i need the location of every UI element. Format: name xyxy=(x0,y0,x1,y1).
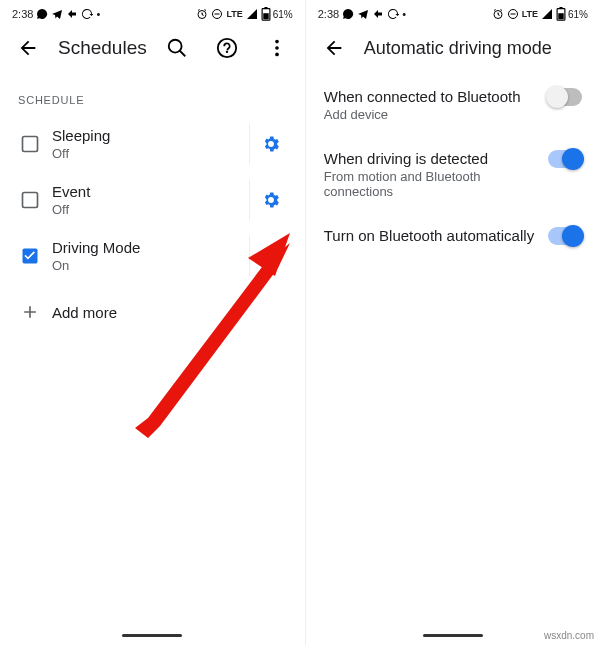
pref-sub: From motion and Bluetooth connections xyxy=(324,169,536,199)
nav-hint[interactable] xyxy=(122,634,182,637)
svg-point-8 xyxy=(275,46,279,50)
dot-icon: • xyxy=(402,8,406,20)
dot-icon: • xyxy=(96,8,100,20)
help-button[interactable] xyxy=(207,28,247,68)
settings-sleeping[interactable] xyxy=(249,124,293,164)
dnd-icon xyxy=(507,8,519,20)
row-sub: Off xyxy=(52,202,249,217)
arrow-icon xyxy=(372,8,384,20)
page-title: Automatic driving mode xyxy=(364,38,592,59)
row-sub: Off xyxy=(52,146,249,161)
pref-driving-detected[interactable]: When driving is detected From motion and… xyxy=(306,136,600,213)
alarm-icon xyxy=(196,8,208,20)
whatsapp-icon xyxy=(36,8,48,20)
battery-text: 61% xyxy=(568,9,588,20)
screen-schedules: 2:38 • LTE 61% Schedules SCHEDULE Sleepi… xyxy=(0,0,306,645)
schedule-row-driving[interactable]: Driving Mode On xyxy=(0,228,305,284)
svg-rect-3 xyxy=(264,7,267,9)
svg-rect-11 xyxy=(23,193,38,208)
telegram-icon xyxy=(51,8,63,20)
network-type: LTE xyxy=(522,9,538,19)
status-bar: 2:38 • LTE 61% xyxy=(306,0,600,22)
app-bar: Automatic driving mode xyxy=(306,22,600,74)
add-more-label: Add more xyxy=(52,304,293,321)
alarm-icon xyxy=(492,8,504,20)
schedule-row-event[interactable]: Event Off xyxy=(0,172,305,228)
status-bar: 2:38 • LTE 61% xyxy=(0,0,305,22)
svg-rect-17 xyxy=(558,13,563,19)
row-sub: On xyxy=(52,258,249,273)
svg-point-7 xyxy=(275,40,279,44)
svg-point-9 xyxy=(275,53,279,57)
screen-driving-mode: 2:38 • LTE 61% Automatic driving mode Wh… xyxy=(306,0,600,645)
pref-title: When connected to Bluetooth xyxy=(324,88,536,105)
sync-icon xyxy=(81,8,93,20)
section-label: SCHEDULE xyxy=(0,74,305,116)
pref-bt-auto[interactable]: Turn on Bluetooth automatically xyxy=(306,213,600,259)
pref-title: When driving is detected xyxy=(324,150,536,167)
settings-event[interactable] xyxy=(249,180,293,220)
checkbox-driving[interactable] xyxy=(12,246,48,266)
checkbox-sleeping[interactable] xyxy=(12,134,48,154)
row-title: Sleeping xyxy=(52,127,249,144)
dnd-icon xyxy=(211,8,223,20)
svg-point-5 xyxy=(168,40,181,53)
svg-rect-4 xyxy=(263,13,268,19)
search-button[interactable] xyxy=(157,28,197,68)
battery-icon xyxy=(261,7,271,21)
status-time: 2:38 xyxy=(318,8,339,20)
signal-icon xyxy=(541,8,553,20)
network-type: LTE xyxy=(226,9,242,19)
checkbox-event[interactable] xyxy=(12,190,48,210)
pref-bluetooth-connect[interactable]: When connected to Bluetooth Add device xyxy=(306,74,600,136)
page-title: Schedules xyxy=(58,37,147,59)
back-button[interactable] xyxy=(8,28,48,68)
settings-driving[interactable] xyxy=(249,236,293,276)
nav-hint[interactable] xyxy=(423,634,483,637)
toggle-bluetooth-connect[interactable] xyxy=(548,88,582,106)
svg-rect-10 xyxy=(23,137,38,152)
toggle-bt-auto[interactable] xyxy=(548,227,582,245)
row-title: Driving Mode xyxy=(52,239,249,256)
app-bar: Schedules xyxy=(0,22,305,74)
schedule-row-sleeping[interactable]: Sleeping Off xyxy=(0,116,305,172)
pref-sub: Add device xyxy=(324,107,536,122)
watermark: wsxdn.com xyxy=(544,630,594,641)
pref-title: Turn on Bluetooth automatically xyxy=(324,227,536,244)
sync-icon xyxy=(387,8,399,20)
status-time: 2:38 xyxy=(12,8,33,20)
telegram-icon xyxy=(357,8,369,20)
battery-text: 61% xyxy=(273,9,293,20)
arrow-icon xyxy=(66,8,78,20)
row-title: Event xyxy=(52,183,249,200)
overflow-button[interactable] xyxy=(257,28,297,68)
signal-icon xyxy=(246,8,258,20)
svg-rect-16 xyxy=(559,7,562,9)
whatsapp-icon xyxy=(342,8,354,20)
add-more-row[interactable]: Add more xyxy=(0,284,305,340)
battery-icon xyxy=(556,7,566,21)
svg-point-6 xyxy=(218,39,236,57)
toggle-driving-detected[interactable] xyxy=(548,150,582,168)
plus-icon xyxy=(12,302,48,322)
back-button[interactable] xyxy=(314,28,354,68)
